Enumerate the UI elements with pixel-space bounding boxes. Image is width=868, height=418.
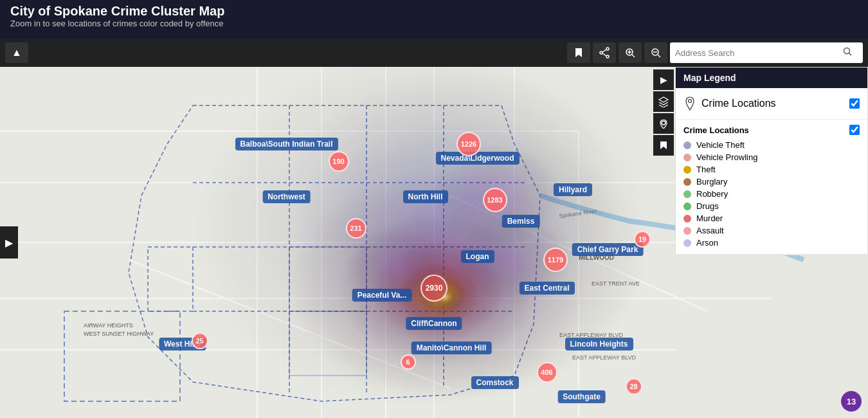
crime-locations-checkbox[interactable] xyxy=(849,98,860,109)
svg-text:AIRWAY HEIGHTS: AIRWAY HEIGHTS xyxy=(84,322,133,329)
legend-panel: Map Legend Crime Locations Crime Locatio… xyxy=(675,67,868,255)
crime-type-label: Assault xyxy=(696,226,724,235)
crime-type-item: Drugs xyxy=(683,200,860,212)
crime-type-item: Vehicle Prowling xyxy=(683,151,860,163)
map-toolbar: ▲ xyxy=(0,39,868,67)
cluster-406[interactable]: 406 xyxy=(537,362,557,383)
svg-text:WEST SUNSET HIGHWAY: WEST SUNSET HIGHWAY xyxy=(84,331,154,337)
svg-point-44 xyxy=(689,100,692,103)
crime-type-label: Vehicle Theft xyxy=(696,140,745,150)
crime-dot xyxy=(683,215,691,223)
crime-dot xyxy=(683,227,691,235)
cluster-1283[interactable]: 1283 xyxy=(483,188,507,212)
left-panel-toggle[interactable]: ▶ xyxy=(0,226,18,259)
svg-point-12 xyxy=(844,48,850,54)
bookmark-button[interactable] xyxy=(567,42,590,63)
cluster-2930[interactable]: 2930 xyxy=(420,275,448,302)
legend-section-1: Crime Locations xyxy=(676,88,867,120)
crime-type-label: Burglary xyxy=(696,177,727,186)
crime-dot xyxy=(683,239,691,247)
crime-type-item: Theft xyxy=(683,163,860,176)
crime-dot xyxy=(683,166,691,174)
crime-type-label: Arson xyxy=(696,238,718,248)
page-header: City of Spokane Crime Cluster Map Zoom i… xyxy=(0,0,868,39)
crime-type-item: Burglary xyxy=(683,176,860,188)
crime-locations-label: Crime Locations xyxy=(701,98,776,109)
share-button[interactable] xyxy=(593,42,616,63)
crime-type-item: Murder xyxy=(683,212,860,224)
crime-locations-sub-checkbox[interactable] xyxy=(849,125,860,135)
svg-point-1 xyxy=(606,55,609,58)
cluster-1179[interactable]: 1179 xyxy=(543,248,568,272)
svg-line-13 xyxy=(849,53,852,56)
svg-text:MILLWOOD: MILLWOOD xyxy=(579,254,614,261)
svg-text:EAST APPLEWAY BLVD: EAST APPLEWAY BLVD xyxy=(559,332,624,338)
cluster-19[interactable]: 19 xyxy=(634,231,651,248)
svg-point-2 xyxy=(600,51,602,54)
bookmark-right-button[interactable] xyxy=(653,135,674,156)
svg-line-10 xyxy=(658,55,660,57)
svg-line-6 xyxy=(632,55,635,57)
right-icon-panel: ▶ xyxy=(653,67,674,156)
pin-icon xyxy=(683,96,696,111)
crime-type-label: Drugs xyxy=(696,201,719,211)
crime-dot xyxy=(683,203,691,210)
crime-type-label: Robbery xyxy=(696,189,728,199)
purple-badge-count: 13 xyxy=(847,397,856,406)
crime-locations-sublabel: Crime Locations xyxy=(683,125,749,135)
crime-dot xyxy=(683,190,691,198)
page-title: City of Spokane Crime Cluster Map xyxy=(10,4,858,19)
legend-section-2: Crime Locations Vehicle TheftVehicle Pro… xyxy=(676,120,867,255)
crime-dot xyxy=(683,178,691,186)
purple-badge: 13 xyxy=(841,391,862,412)
svg-line-3 xyxy=(602,50,606,52)
crime-types-list: Vehicle TheftVehicle ProwlingTheftBurgla… xyxy=(683,139,860,249)
layers-button[interactable] xyxy=(653,91,674,112)
crime-type-item: Vehicle Theft xyxy=(683,139,860,151)
crime-type-label: Murder xyxy=(696,214,723,223)
svg-line-4 xyxy=(602,53,606,56)
legend-title: Map Legend xyxy=(676,68,867,88)
search-container xyxy=(670,42,863,63)
zoom-in-button[interactable] xyxy=(619,42,642,63)
right-arrow-button[interactable]: ▶ xyxy=(653,69,674,90)
zoom-out-button[interactable] xyxy=(644,42,667,63)
svg-text:EAST TRENT AVE: EAST TRENT AVE xyxy=(592,280,640,287)
crime-dot xyxy=(683,154,691,161)
cluster-28[interactable]: 28 xyxy=(626,378,642,395)
crime-type-item: Arson xyxy=(683,237,860,249)
svg-point-0 xyxy=(606,48,609,50)
svg-text:EAST APPLEWAY BLVD: EAST APPLEWAY BLVD xyxy=(572,354,637,361)
cluster-231[interactable]: 231 xyxy=(346,218,366,239)
crime-type-item: Assault xyxy=(683,224,860,237)
cluster-190[interactable]: 190 xyxy=(329,151,349,172)
location-button[interactable] xyxy=(653,113,674,134)
crime-type-label: Vehicle Prowling xyxy=(696,152,757,162)
crime-type-item: Robbery xyxy=(683,188,860,200)
address-search-input[interactable] xyxy=(675,48,842,58)
cluster-6[interactable]: 6 xyxy=(401,354,416,370)
crime-type-label: Theft xyxy=(696,165,716,174)
crime-dot xyxy=(683,141,691,149)
page-subtitle: Zoom in to see locations of crimes color… xyxy=(10,19,858,28)
cluster-25[interactable]: 25 xyxy=(192,332,208,349)
cluster-1226[interactable]: 1226 xyxy=(457,132,481,156)
map-container[interactable]: Spokane River AIRWAY HEIGHTS WEST SUNSET… xyxy=(0,67,868,418)
search-submit-button[interactable] xyxy=(842,46,853,59)
back-button[interactable]: ▲ xyxy=(5,42,28,63)
svg-point-43 xyxy=(662,121,665,125)
